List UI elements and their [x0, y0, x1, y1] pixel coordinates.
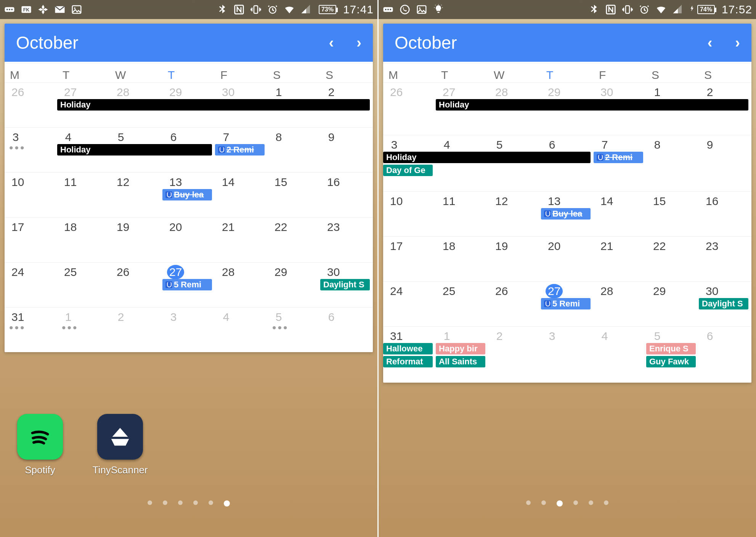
event-chip[interactable]: 2 Remi [215, 144, 265, 155]
day-cell[interactable]: 23 [699, 236, 751, 281]
event-chip[interactable]: All Saints [436, 356, 485, 367]
day-cell[interactable]: 4 [594, 326, 646, 383]
day-cell[interactable]: 1••• [57, 307, 110, 352]
day-cell[interactable]: 21 [215, 217, 268, 262]
pager-dot[interactable] [557, 500, 563, 507]
overflow-dots-icon[interactable]: ••• [272, 325, 319, 330]
event-chip[interactable]: 5 Remi [162, 279, 212, 290]
day-cell[interactable]: 1 [436, 326, 488, 383]
event-chip[interactable]: Happy bir [436, 343, 485, 354]
day-cell[interactable]: 10 [5, 172, 57, 217]
day-cell[interactable]: 26 [5, 82, 57, 127]
next-month-button[interactable]: › [735, 35, 740, 51]
day-cell[interactable]: 8 [646, 135, 699, 191]
day-cell[interactable]: 7 [594, 135, 646, 191]
day-cell[interactable]: 16 [699, 191, 751, 236]
day-cell[interactable]: 12 [488, 191, 541, 236]
day-cell[interactable]: 3••• [5, 127, 57, 172]
app-spotify[interactable]: Spotify [11, 414, 69, 476]
overflow-dots-icon[interactable]: ••• [9, 145, 56, 151]
calendar-widget[interactable]: October ‹ › MTWTFSS 262728293012Holiday3… [383, 24, 751, 383]
event-chip[interactable]: Holiday [436, 99, 748, 111]
day-cell[interactable]: 17 [5, 217, 57, 262]
day-cell[interactable]: 25 [436, 281, 488, 326]
overflow-dots-icon[interactable]: ••• [62, 325, 108, 330]
day-cell[interactable]: 11 [436, 191, 488, 236]
day-cell[interactable]: 23 [320, 217, 373, 262]
day-cell[interactable]: 31 [383, 326, 436, 383]
day-cell[interactable]: 19 [488, 236, 541, 281]
page-indicator[interactable] [0, 500, 377, 507]
day-cell[interactable]: 21 [594, 236, 646, 281]
calendar-header[interactable]: October ‹ › [5, 24, 373, 62]
day-cell[interactable]: 17 [383, 236, 436, 281]
day-cell[interactable]: 29 [646, 281, 699, 326]
day-cell[interactable]: 6 [699, 326, 751, 383]
day-cell[interactable]: 4 [436, 135, 488, 191]
prev-month-button[interactable]: ‹ [708, 35, 713, 51]
app-tinyscanner[interactable]: TinyScanner [91, 414, 149, 476]
event-chip[interactable]: Day of Ge [383, 165, 433, 176]
event-chip[interactable]: Guy Fawk [646, 356, 696, 367]
event-chip[interactable]: Holiday [57, 144, 212, 155]
event-chip[interactable]: Holiday [383, 152, 591, 163]
day-cell[interactable]: 18 [57, 217, 110, 262]
day-cell[interactable]: 4 [215, 307, 268, 352]
day-cell[interactable]: 3 [162, 307, 215, 352]
day-cell[interactable]: 22 [646, 236, 699, 281]
event-chip[interactable]: Buy lea [162, 189, 212, 200]
day-cell[interactable]: 20 [162, 217, 215, 262]
calendar-widget[interactable]: October ‹ › MTWTFSS 262728293012Holiday3… [5, 24, 373, 352]
day-cell[interactable]: 14 [594, 191, 646, 236]
day-cell[interactable]: 15 [646, 191, 699, 236]
day-cell[interactable]: 29 [268, 262, 320, 307]
day-cell[interactable]: 31••• [5, 307, 57, 352]
day-cell[interactable]: 26 [488, 281, 541, 326]
pager-dot[interactable] [604, 500, 608, 505]
day-cell[interactable]: 2 [110, 307, 162, 352]
event-chip[interactable]: 2 Remi [594, 152, 643, 163]
day-cell[interactable]: 12 [110, 172, 162, 217]
event-chip[interactable]: Hallowee [383, 343, 433, 354]
calendar-header[interactable]: October ‹ › [383, 24, 751, 62]
event-chip[interactable]: Buy lea [541, 208, 591, 220]
day-cell[interactable]: 14 [215, 172, 268, 217]
pager-dot[interactable] [193, 500, 198, 505]
day-cell[interactable]: 19 [110, 217, 162, 262]
day-cell[interactable]: 20 [541, 236, 594, 281]
prev-month-button[interactable]: ‹ [329, 35, 334, 51]
pager-dot[interactable] [209, 500, 213, 505]
day-cell[interactable]: 9 [320, 127, 373, 172]
day-cell[interactable]: 28 [594, 281, 646, 326]
pager-dot[interactable] [163, 500, 167, 505]
day-cell[interactable]: 6 [541, 135, 594, 191]
pager-dot[interactable] [573, 500, 578, 505]
page-indicator[interactable] [379, 500, 756, 507]
next-month-button[interactable]: › [356, 35, 361, 51]
pager-dot[interactable] [178, 500, 183, 505]
event-chip[interactable]: Reformat [383, 356, 433, 367]
day-cell[interactable]: 9 [699, 135, 751, 191]
day-cell[interactable]: 18 [436, 236, 488, 281]
day-cell[interactable]: 24 [5, 262, 57, 307]
pager-dot[interactable] [589, 500, 593, 505]
day-cell[interactable]: 26 [110, 262, 162, 307]
pager-dot[interactable] [541, 500, 546, 505]
day-cell[interactable]: 5••• [268, 307, 320, 352]
day-cell[interactable]: 11 [57, 172, 110, 217]
day-cell[interactable]: 26 [383, 82, 436, 135]
event-chip[interactable]: Enrique S [646, 343, 696, 354]
overflow-dots-icon[interactable]: ••• [9, 325, 56, 330]
day-cell[interactable]: 2 [488, 326, 541, 383]
day-cell[interactable]: 5 [646, 326, 699, 383]
event-chip[interactable]: Daylight S [699, 298, 748, 309]
event-chip[interactable]: Holiday [57, 99, 370, 111]
day-cell[interactable]: 28 [215, 262, 268, 307]
day-cell[interactable]: 5 [488, 135, 541, 191]
day-cell[interactable]: 8 [268, 127, 320, 172]
pager-dot[interactable] [224, 500, 230, 507]
day-cell[interactable]: 25 [57, 262, 110, 307]
event-chip[interactable]: Daylight S [320, 279, 370, 290]
day-cell[interactable]: 3 [541, 326, 594, 383]
pager-dot[interactable] [148, 500, 152, 505]
